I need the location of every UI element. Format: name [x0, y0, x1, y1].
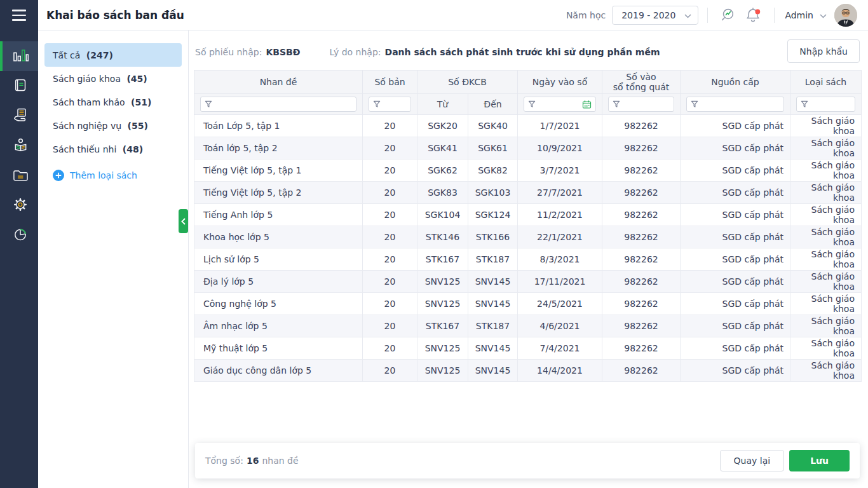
plus-circle-icon: [53, 170, 64, 181]
table-row[interactable]: Mỹ thuật lớp 5 20 SNV125 SNV145 7/4/2021…: [194, 337, 862, 360]
cell-type: Sách giáo khoa: [790, 271, 862, 293]
table-row[interactable]: Toán Lớp 5, tập 1 20 SGK20 SGK40 1/7/202…: [194, 115, 862, 137]
nav-item-lending[interactable]: [0, 101, 38, 131]
cell-from: STK167: [417, 315, 468, 337]
receipt-number-label: Số phiếu nhập:: [195, 47, 262, 57]
category-item[interactable]: Sách thiếu nhi (48): [44, 137, 182, 161]
calendar-icon[interactable]: [582, 100, 592, 109]
add-book-type-button[interactable]: Thêm loại sách: [44, 165, 182, 186]
table-row[interactable]: Toán lớp 5, tập 2 20 SGK41 SGK61 10/9/20…: [194, 137, 862, 159]
cell-title: Lịch sử lớp 5: [194, 248, 363, 271]
table-row[interactable]: Tiếng Việt lớp 5, tập 1 20 SGK62 SGK82 3…: [194, 159, 862, 182]
table-row[interactable]: Lịch sử lớp 5 20 STK167 STK187 8/3/2021 …: [194, 248, 862, 271]
table-row[interactable]: Âm nhạc lớp 5 20 STK167 STK187 4/6/2021 …: [194, 315, 862, 337]
cell-general: 982262: [602, 360, 681, 382]
cell-general: 982262: [602, 204, 681, 226]
back-button[interactable]: Quay lại: [720, 450, 785, 471]
table-row[interactable]: Tiếng Việt lớp 5, tập 2 20 SGK83 SGK103 …: [194, 182, 862, 204]
table-row[interactable]: Giáo dục công dân lớp 5 20 SNV125 SNV145…: [194, 360, 862, 382]
save-button[interactable]: Lưu: [789, 450, 850, 471]
col-header-copies: Số bản: [363, 71, 417, 94]
cell-from: SNV125: [417, 360, 468, 382]
nav-item-reports[interactable]: [0, 220, 38, 250]
cell-source: SGD cấp phát: [681, 315, 790, 337]
gear-icon: [13, 197, 28, 214]
cell-date: 3/7/2021: [518, 159, 602, 182]
cell-source: SGD cấp phát: [681, 115, 790, 137]
category-item[interactable]: Sách giáo khoa (45): [44, 67, 182, 90]
funnel-icon: [205, 100, 212, 108]
cell-to: SGK82: [468, 159, 518, 182]
cell-type: Sách giáo khoa: [790, 159, 862, 182]
table-row[interactable]: Địa lý lớp 5 20 SNV125 SNV145 17/11/2021…: [194, 271, 862, 293]
category-item[interactable]: Tất cả (247): [44, 43, 182, 67]
col-subheader-from: Từ: [417, 94, 468, 115]
table-row[interactable]: Khoa học lớp 5 20 STK146 STK166 22/1/202…: [194, 226, 862, 248]
filter-copies-input[interactable]: [369, 97, 411, 112]
book-lend-icon: [13, 107, 28, 125]
filter-source-input[interactable]: [686, 97, 784, 112]
category-count: (48): [123, 144, 143, 154]
cell-from: SNV125: [417, 271, 468, 293]
table-filter-row: Từ Đến: [194, 94, 862, 115]
table-row[interactable]: Tiếng Anh lớp 5 20 SGK104 SGK124 11/2/20…: [194, 204, 862, 226]
cell-copies: 20: [363, 360, 417, 382]
collapse-panel-button[interactable]: [179, 209, 188, 233]
col-header-source: Nguồn cấp: [681, 71, 790, 94]
filter-type-input[interactable]: [796, 97, 855, 112]
filter-general-input[interactable]: [608, 97, 674, 112]
funnel-icon: [801, 100, 808, 108]
menu-icon[interactable]: [0, 0, 38, 30]
col-header-type: Loại sách: [790, 71, 862, 94]
cell-title: Toán lớp 5, tập 2: [194, 137, 363, 159]
receipt-number-value: KBSBĐ: [266, 47, 300, 57]
info-bar: Số phiếu nhập: KBSBĐ Lý do nhập: Danh sá…: [195, 47, 689, 57]
table-row[interactable]: Công nghệ lớp 5 20 SNV125 SNV145 24/5/20…: [194, 293, 862, 315]
cell-copies: 20: [363, 137, 417, 159]
school-year-select[interactable]: 2019 - 2020: [612, 6, 698, 25]
cell-to: SGK40: [468, 115, 518, 137]
cell-type: Sách giáo khoa: [790, 248, 862, 271]
filter-title-input[interactable]: [200, 97, 356, 112]
avatar[interactable]: [834, 4, 857, 27]
col-header-title: Nhan đề: [194, 71, 363, 94]
cell-date: 14/4/2021: [518, 360, 602, 382]
nav-item-books[interactable]: [0, 71, 38, 101]
cell-source: SGD cấp phát: [681, 360, 790, 382]
cell-source: SGD cấp phát: [681, 159, 790, 182]
cell-from: SGK41: [417, 137, 468, 159]
cell-type: Sách giáo khoa: [790, 204, 862, 226]
cell-source: SGD cấp phát: [681, 204, 790, 226]
topbar: Khai báo sách ban đầu Năm học 2019 - 202…: [38, 0, 868, 30]
category-count: (55): [128, 121, 148, 131]
stats-search-icon[interactable]: [719, 5, 739, 25]
cell-date: 8/3/2021: [518, 248, 602, 271]
nav-item-readers[interactable]: [0, 131, 38, 161]
cell-copies: 20: [363, 115, 417, 137]
cell-to: STK166: [468, 226, 518, 248]
cell-date: 1/7/2021: [518, 115, 602, 137]
cell-type: Sách giáo khoa: [790, 137, 862, 159]
chevron-down-icon[interactable]: [820, 10, 827, 20]
category-label: Tất cả: [53, 50, 83, 60]
cell-source: SGD cấp phát: [681, 226, 790, 248]
notification-bell-icon[interactable]: [743, 5, 763, 25]
cell-type: Sách giáo khoa: [790, 360, 862, 382]
cell-general: 982262: [602, 271, 681, 293]
category-item[interactable]: Sách tham khảo (51): [44, 90, 182, 114]
cell-copies: 20: [363, 293, 417, 315]
nav-item-statistics[interactable]: [0, 41, 38, 71]
cell-to: STK187: [468, 315, 518, 337]
divider: [707, 8, 708, 23]
nav-item-documents[interactable]: [0, 161, 38, 191]
filter-date-input[interactable]: [524, 97, 596, 112]
category-label: Sách nghiệp vụ: [53, 121, 125, 131]
category-label: Sách thiếu nhi: [53, 144, 119, 154]
import-button[interactable]: Nhập khẩu: [787, 39, 860, 63]
cell-source: SGD cấp phát: [681, 337, 790, 360]
category-item[interactable]: Sách nghiệp vụ (55): [44, 114, 182, 137]
user-name[interactable]: Admin: [785, 10, 813, 20]
nav-item-settings[interactable]: [0, 191, 38, 220]
funnel-icon: [691, 100, 698, 108]
cell-type: Sách giáo khoa: [790, 226, 862, 248]
